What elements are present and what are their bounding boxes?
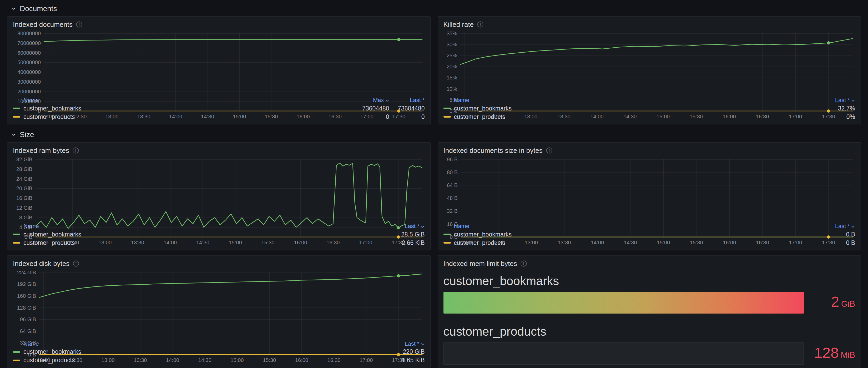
time-series-chart: 0100000002000000030000000400000005000000… (13, 29, 425, 96)
section-row-size[interactable]: Size (7, 129, 861, 141)
svg-text:16 B: 16 B (446, 221, 457, 227)
panel-title[interactable]: Indexed mem limit bytes (443, 259, 517, 268)
svg-text:17:30: 17:30 (392, 357, 405, 363)
svg-text:13:30: 13:30 (134, 357, 147, 363)
info-icon[interactable] (546, 147, 553, 154)
panel-header: Indexed documents (13, 20, 425, 29)
svg-text:96 B: 96 B (446, 156, 457, 162)
time-series-chart: 0 B16 B32 B48 B64 B80 B96 B12:0012:3013:… (443, 155, 856, 222)
svg-text:15:30: 15:30 (265, 114, 278, 119)
svg-text:80000000: 80000000 (18, 31, 41, 36)
svg-text:16:30: 16:30 (328, 357, 341, 363)
section-title: Size (20, 130, 34, 139)
svg-text:20 GiB: 20 GiB (16, 185, 32, 191)
svg-text:13:30: 13:30 (557, 114, 570, 119)
svg-text:14:00: 14:00 (169, 114, 182, 119)
svg-text:12:30: 12:30 (491, 114, 504, 119)
panel-title[interactable]: Indexed disk bytes (13, 259, 69, 268)
info-icon[interactable] (520, 260, 527, 267)
svg-text:14:00: 14:00 (166, 357, 179, 363)
info-icon[interactable] (72, 147, 79, 154)
svg-text:96 GiB: 96 GiB (20, 316, 36, 322)
info-icon[interactable] (76, 21, 83, 28)
svg-text:15:30: 15:30 (690, 240, 703, 245)
svg-text:15%: 15% (446, 75, 457, 81)
svg-text:16:00: 16:00 (294, 240, 307, 245)
panel-header: Indexed disk bytes (13, 259, 425, 268)
time-series-chart: 0 B32 GiB64 GiB96 GiB128 GiB160 GiB192 G… (13, 268, 425, 339)
panel-indexed-ram-bytes: Indexed ram bytes 0 B4 GiB8 GiB12 GiB16 … (7, 142, 431, 250)
svg-text:0 B: 0 B (28, 352, 36, 358)
dashboard: Documents Indexed documents 010000000200… (0, 3, 868, 364)
svg-text:15:00: 15:00 (656, 114, 670, 119)
svg-text:17:30: 17:30 (392, 114, 405, 119)
time-series-chart: 0%5%10%15%20%25%30%35%12:0012:3013:0013:… (443, 29, 856, 96)
panel-indexed-documents: Indexed documents 0100000002000000030000… (7, 16, 431, 124)
svg-text:32 B: 32 B (446, 208, 457, 214)
section-title: Documents (20, 4, 57, 13)
svg-text:16:30: 16:30 (756, 114, 769, 119)
svg-text:17:30: 17:30 (822, 114, 835, 119)
svg-text:14:00: 14:00 (590, 240, 603, 245)
svg-text:14:00: 14:00 (590, 114, 603, 119)
info-icon[interactable] (477, 21, 484, 28)
svg-text:15:30: 15:30 (689, 114, 703, 119)
time-series-chart: 0 B4 GiB8 GiB12 GiB16 GiB20 GiB24 GiB28 … (13, 155, 425, 222)
gauge-value-number: 128 (814, 344, 839, 361)
svg-text:192 GiB: 192 GiB (17, 281, 36, 287)
panel-row-documents: Indexed documents 0100000002000000030000… (7, 16, 861, 124)
svg-text:16 GiB: 16 GiB (16, 195, 32, 201)
svg-text:17:00: 17:00 (359, 240, 372, 245)
panel-title[interactable]: Indexed documents (13, 21, 72, 29)
svg-text:13:00: 13:00 (524, 114, 537, 119)
section-row-documents[interactable]: Documents (7, 3, 861, 15)
svg-text:17:00: 17:00 (360, 357, 373, 363)
svg-text:32 GiB: 32 GiB (20, 340, 36, 346)
svg-text:32 GiB: 32 GiB (16, 156, 32, 162)
svg-text:0%: 0% (450, 108, 457, 114)
svg-text:13:00: 13:00 (101, 357, 115, 363)
chevron-down-icon (11, 132, 17, 137)
svg-text:14:30: 14:30 (624, 240, 637, 245)
panel-title[interactable]: Killed rate (443, 21, 474, 29)
svg-text:13:30: 13:30 (558, 240, 571, 245)
gauge-value-unit: GiB (841, 299, 855, 309)
svg-text:128 GiB: 128 GiB (17, 305, 36, 311)
svg-text:12:00: 12:00 (41, 114, 55, 119)
panel-title[interactable]: Indexed documents size in bytes (443, 147, 542, 155)
svg-text:12:00: 12:00 (459, 240, 472, 245)
gauge-value-unit: MiB (841, 350, 855, 360)
svg-text:12:00: 12:00 (458, 114, 471, 119)
svg-text:0 B: 0 B (450, 234, 457, 240)
bar-gauge-fill (443, 292, 804, 313)
svg-text:14:30: 14:30 (201, 114, 214, 119)
svg-text:13:30: 13:30 (137, 114, 151, 119)
svg-text:25%: 25% (446, 53, 457, 58)
svg-text:14:00: 14:00 (164, 240, 177, 245)
svg-text:20000000: 20000000 (18, 89, 41, 94)
svg-text:28 GiB: 28 GiB (16, 166, 32, 172)
svg-text:16:00: 16:00 (722, 114, 736, 119)
svg-text:10%: 10% (446, 86, 457, 92)
panel-header: Indexed mem limit bytes (443, 259, 856, 268)
svg-text:60000000: 60000000 (18, 50, 41, 56)
svg-text:17:00: 17:00 (789, 240, 802, 245)
panel-title[interactable]: Indexed ram bytes (13, 147, 69, 155)
panel-header: Killed rate (443, 20, 856, 29)
gauge-value: 128MiB (804, 344, 855, 365)
svg-text:15:30: 15:30 (263, 357, 276, 363)
svg-text:13:00: 13:00 (525, 240, 538, 245)
svg-text:12:00: 12:00 (37, 357, 50, 363)
svg-text:30%: 30% (446, 41, 457, 48)
panel-indexed-documents-size: Indexed documents size in bytes 0 B16 B3… (438, 142, 861, 250)
svg-text:80 B: 80 B (446, 170, 457, 175)
panel-row-size-2: Indexed disk bytes 0 B32 GiB64 GiB96 GiB… (7, 255, 861, 364)
info-icon[interactable] (72, 260, 80, 267)
svg-text:15:30: 15:30 (261, 240, 275, 245)
gauge-left: customer_bookmarks (443, 274, 804, 313)
svg-text:17:00: 17:00 (789, 114, 802, 119)
gauge-value-number: 2 (831, 293, 839, 310)
svg-text:15:00: 15:00 (233, 114, 246, 119)
svg-text:64 B: 64 B (446, 182, 457, 188)
svg-text:16:00: 16:00 (295, 357, 308, 363)
